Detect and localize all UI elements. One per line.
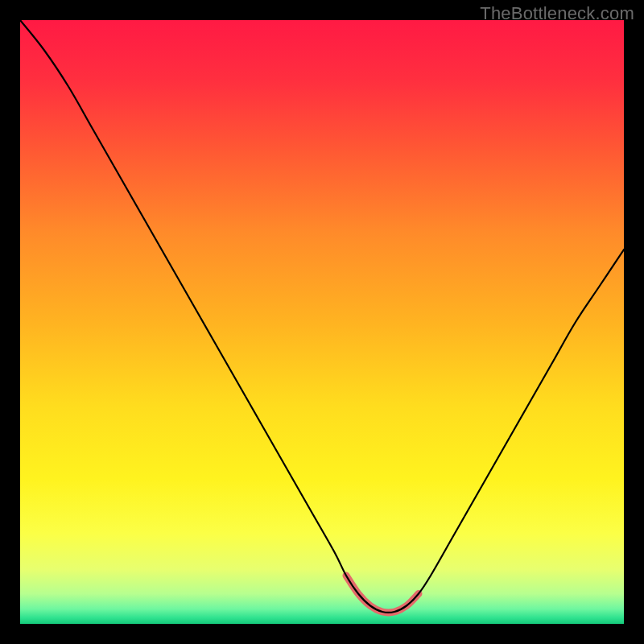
curve-layer	[20, 20, 624, 624]
bottleneck-curve	[20, 20, 624, 613]
plot-area	[20, 20, 624, 624]
min-highlight	[346, 576, 419, 613]
chart-frame: TheBottleneck.com	[0, 0, 644, 644]
watermark-label: TheBottleneck.com	[480, 3, 634, 24]
